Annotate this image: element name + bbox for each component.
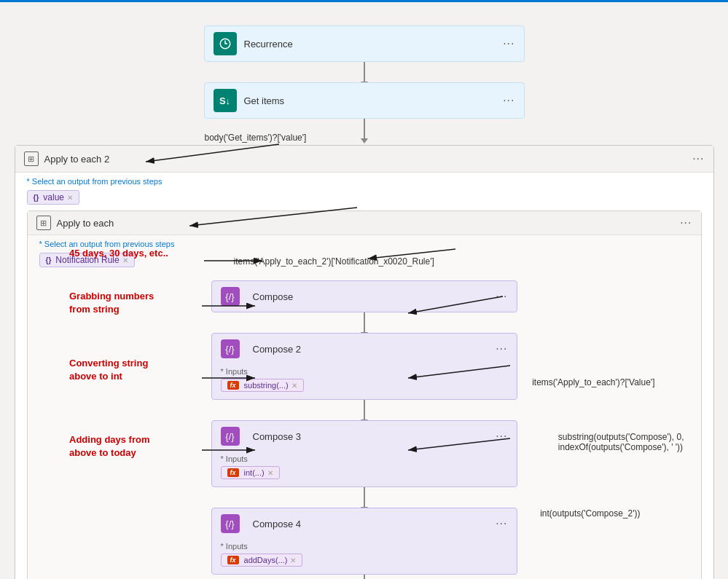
compose1-icon: {/}: [221, 287, 240, 306]
value-tag[interactable]: {} value ✕: [27, 190, 79, 205]
compose3-formula: int(outputs('Compose_2')): [540, 508, 640, 519]
compose1-header: {/} Compose ···: [212, 281, 517, 312]
compose4-tag-label: addDays(...): [244, 556, 288, 564]
apply-to-each-icon: ⊞: [36, 216, 51, 230]
get-items-icon: S↓: [214, 89, 237, 112]
compose3-tag-label: int(...): [244, 468, 265, 477]
annotation-compose1: 45 days, 30 days, etc..: [69, 248, 168, 260]
compose2-input-row: fx substring(...) ✕: [221, 379, 508, 392]
get-items-more[interactable]: ···: [503, 94, 514, 107]
compose1-expression: items('Apply_to_each')?['Value']: [532, 377, 654, 387]
compose3-icon: {/}: [221, 427, 240, 446]
value-tag-icon: {}: [34, 194, 39, 202]
compose2-tag-label: substring(...): [244, 381, 289, 390]
compose1-card[interactable]: {/} Compose ···: [211, 280, 517, 312]
compose4-tag-close[interactable]: ✕: [290, 556, 296, 564]
annotation-compose2: Grabbing numbersfrom string: [69, 290, 154, 316]
compose1-title: Compose: [253, 291, 294, 302]
compose2-formula: substring(outputs('Compose'), 0, indexOf…: [558, 432, 684, 452]
annotation-compose3: Converting string above to int: [69, 357, 148, 383]
compose2-icon: {/}: [221, 339, 240, 358]
compose4-title: Compose 4: [253, 519, 301, 529]
recurrence-label: Recurrence: [244, 39, 498, 50]
compose3-title: Compose 3: [253, 431, 301, 442]
conn-c1-c2: [364, 312, 365, 333]
conn-c2-c3: [364, 400, 365, 420]
connector-1: [364, 62, 365, 82]
select-output-link-2[interactable]: * Select an output from previous steps: [27, 177, 163, 186]
recurrence-step[interactable]: Recurrence ···: [204, 25, 525, 62]
notification-tag-icon: {}: [46, 256, 52, 264]
conn-c4-cond: [364, 575, 365, 579]
compose3-inputs-label: * Inputs: [221, 454, 508, 463]
compose4-more[interactable]: ···: [496, 517, 507, 530]
compose4-icon: {/}: [221, 514, 240, 533]
apply-to-each-title: Apply to each: [57, 218, 675, 229]
compose4-fx-icon: fx: [227, 556, 239, 564]
compose3-header: {/} Compose 3 ···: [212, 421, 517, 452]
compose1-more[interactable]: ···: [496, 290, 507, 303]
body-expression: body('Get_items')?['value']: [205, 133, 307, 143]
compose3-tag[interactable]: fx int(...) ✕: [221, 466, 280, 479]
compose2-header: {/} Compose 2 ···: [212, 334, 517, 364]
compose2-more[interactable]: ···: [496, 342, 507, 355]
compose4-tag[interactable]: fx addDays(...) ✕: [221, 554, 303, 567]
compose4-input-row: fx addDays(...) ✕: [221, 554, 508, 567]
recurrence-icon: [214, 32, 237, 55]
compose2-inputs-label: * Inputs: [221, 367, 508, 376]
compose3-input-row: fx int(...) ✕: [221, 466, 508, 479]
annotation-compose4: Adding days fromabove to today: [69, 433, 150, 460]
connector-2: [364, 119, 365, 139]
apply-to-each-2-header[interactable]: ⊞ Apply to each 2 ···: [15, 146, 713, 173]
compose3-more[interactable]: ···: [496, 430, 507, 443]
compose3-fx-icon: fx: [227, 468, 239, 477]
compose3-card[interactable]: {/} Compose 3 ··· * Inputs fx int(...) ✕: [211, 420, 517, 487]
apply-to-each-2-more[interactable]: ···: [692, 152, 704, 165]
compose2-tag-close[interactable]: ✕: [291, 382, 297, 390]
compose2-tag[interactable]: fx substring(...) ✕: [221, 379, 304, 392]
value-tag-label: value: [43, 192, 64, 202]
compose4-inputs-label: * Inputs: [221, 542, 508, 551]
tag-row-2: {} value ✕: [15, 187, 713, 210]
apply-to-each-container: ⊞ Apply to each ··· items('Apply_to_each…: [27, 210, 702, 579]
recurrence-more[interactable]: ···: [503, 37, 514, 50]
apply-to-each-2-title: Apply to each 2: [44, 154, 687, 165]
compose4-header: {/} Compose 4 ···: [212, 508, 517, 539]
compose2-title: Compose 2: [253, 344, 301, 355]
compose2-body: * Inputs fx substring(...) ✕: [212, 364, 517, 399]
compose3-tag-close[interactable]: ✕: [267, 469, 273, 477]
apply-to-each-more[interactable]: ···: [680, 216, 692, 229]
compose4-card[interactable]: {/} Compose 4 ··· * Inputs fx addDays(..…: [211, 508, 517, 575]
compose2-card[interactable]: {/} Compose 2 ··· * Inputs fx substring(…: [211, 333, 517, 400]
apply-to-each-2-icon: ⊞: [24, 151, 39, 166]
compose3-body: * Inputs fx int(...) ✕: [212, 452, 517, 487]
get-items-step[interactable]: S↓ Get items ···: [204, 82, 525, 119]
compose4-body: * Inputs fx addDays(...) ✕: [212, 539, 517, 574]
select-output-label-2: * Select an output from previous steps: [15, 173, 713, 187]
compose2-fx-icon: fx: [227, 381, 239, 390]
apply-each-expression: items('Apply_to_each_2')['Notification_x…: [234, 256, 434, 267]
value-tag-close[interactable]: ✕: [67, 194, 73, 202]
apply-to-each-header[interactable]: ⊞ Apply to each ···: [28, 211, 701, 235]
conn-c3-c4: [364, 487, 365, 508]
get-items-label: Get items: [244, 95, 498, 106]
